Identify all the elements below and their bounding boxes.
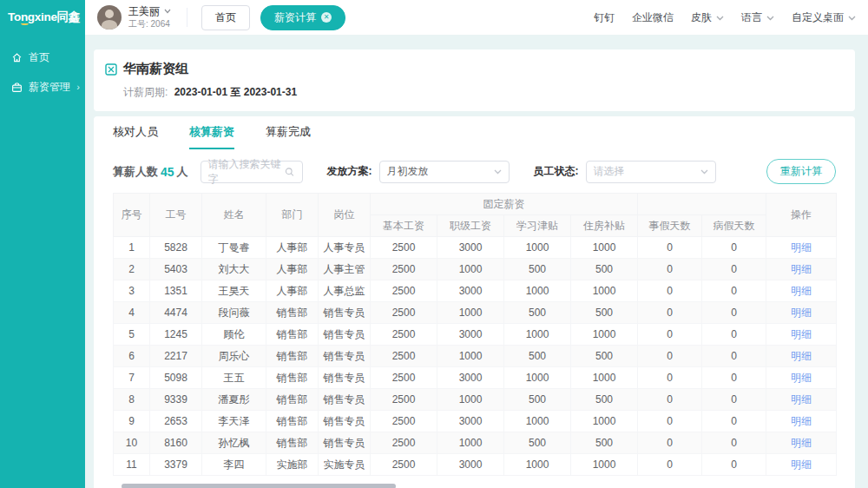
table-cell: 销售专员	[319, 346, 371, 367]
count-unit: 人	[177, 164, 188, 180]
table-cell: 销售专员	[319, 432, 371, 454]
tab-算薪完成[interactable]: 算薪完成	[266, 116, 311, 149]
detail-link[interactable]: 明细	[791, 437, 812, 449]
detail-link[interactable]: 明细	[791, 393, 812, 406]
sub-column-header: 基本工资	[371, 215, 437, 237]
table-cell: 1000	[437, 432, 504, 454]
table-cell: 2500	[371, 367, 437, 389]
avatar[interactable]	[97, 5, 122, 30]
sidebar-item-home[interactable]: 首页	[0, 43, 85, 72]
detail-link[interactable]: 明细	[791, 263, 812, 275]
topbar-tab-薪资计算[interactable]: 薪资计算✕	[260, 5, 345, 30]
table-cell: 人事专员	[319, 237, 371, 259]
user-block[interactable]: 王美丽 工号: 2064	[128, 5, 171, 30]
topbar-menu-自定义桌面[interactable]: 自定义桌面	[792, 10, 856, 25]
table-cell: 孙忆枫	[202, 432, 266, 454]
table-cell: 4474	[150, 302, 202, 324]
topbar-menu-企业微信[interactable]: 企业微信	[632, 10, 674, 25]
topbar-tab-首页[interactable]: 首页	[201, 5, 250, 30]
table-cell: 0	[702, 389, 766, 411]
column-header: 姓名	[202, 194, 266, 237]
table-cell: 1000	[504, 237, 571, 259]
table-cell: 1000	[571, 367, 638, 389]
period-value: 2023-01-01 至 2023-01-31	[174, 86, 297, 98]
table-cell: 8160	[150, 432, 202, 454]
divider	[187, 8, 187, 27]
topbar-right-menu: 钉钉企业微信皮肤语言自定义桌面	[594, 10, 856, 25]
detail-link[interactable]: 明细	[791, 328, 812, 340]
table-cell: 1000	[504, 454, 571, 476]
table-cell: 5828	[150, 237, 202, 259]
search-input[interactable]: 请输入搜索关键字	[201, 161, 303, 183]
close-icon[interactable]: ✕	[321, 12, 332, 23]
table-cell: 4	[114, 302, 150, 324]
table-cell: 2	[114, 259, 150, 280]
table-cell: 2500	[371, 346, 437, 367]
page-title: 华南薪资组	[123, 61, 188, 77]
status-select[interactable]: 请选择	[586, 161, 716, 183]
table-row: 25403刘大大人事部人事主管2500100050050000明细	[114, 259, 837, 280]
sidebar-item-salary[interactable]: 薪资管理›	[0, 72, 85, 102]
filter-bar: 算薪人数 45 人 请输入搜索关键字 发放方案: 月初发放 员工状态: 请选择 …	[104, 159, 845, 184]
count-label: 算薪人数	[113, 164, 158, 180]
table-cell: 销售部	[266, 389, 319, 411]
table-cell: 王五	[202, 367, 266, 389]
table-cell: 9339	[150, 389, 202, 411]
topbar-menu-语言[interactable]: 语言	[741, 10, 774, 25]
detail-link[interactable]: 明细	[791, 285, 812, 297]
table-cell: 顾伦	[202, 324, 266, 346]
table-cell: 0	[638, 411, 702, 432]
salary-table: 序号工号姓名部门岗位固定薪资操作基本工资职级工资学习津贴住房补贴事假天数病假天数…	[113, 193, 837, 476]
table-cell: 0	[638, 454, 702, 476]
detail-link[interactable]: 明细	[791, 350, 812, 362]
action-cell: 明细	[766, 454, 837, 476]
table-cell: 0	[638, 367, 702, 389]
detail-link[interactable]: 明细	[791, 241, 812, 254]
table-row: 15828丁曼睿人事部人事专员250030001000100000明细	[114, 237, 837, 259]
topbar-menu-钉钉[interactable]: 钉钉	[594, 10, 615, 25]
tab-核算薪资[interactable]: 核算薪资	[189, 116, 234, 149]
action-cell: 明细	[766, 324, 837, 346]
table-cell: 销售专员	[319, 302, 371, 324]
table-cell: 李四	[202, 454, 266, 476]
table-cell: 1000	[504, 411, 571, 432]
emp-no-value: 2064	[151, 19, 170, 29]
table-cell: 500	[571, 389, 638, 411]
plan-value: 月初发放	[387, 164, 429, 179]
action-cell: 明细	[766, 367, 837, 389]
detail-link[interactable]: 明细	[791, 307, 812, 319]
table-row: 108160孙忆枫销售部销售专员2500100050050000明细	[114, 432, 837, 454]
table-cell: 1000	[504, 367, 571, 389]
table-cell: 2500	[371, 237, 437, 259]
table-cell: 0	[702, 280, 766, 302]
table-cell: 0	[638, 237, 702, 259]
plan-select[interactable]: 月初发放	[379, 161, 510, 183]
table-cell: 6	[114, 346, 150, 367]
table-cell: 3000	[437, 367, 504, 389]
table-cell: 0	[638, 346, 702, 367]
table-cell: 人事部	[266, 259, 319, 280]
horizontal-scrollbar[interactable]	[122, 484, 396, 488]
table-cell: 1000	[504, 280, 571, 302]
table-cell: 3	[114, 280, 150, 302]
recalculate-button[interactable]: 重新计算	[766, 159, 836, 184]
table-cell: 0	[702, 237, 766, 259]
table-cell: 5403	[150, 259, 202, 280]
sidebar-menu: 首页薪资管理›	[0, 43, 85, 102]
count-value: 45	[161, 165, 174, 179]
table-cell: 5	[114, 324, 150, 346]
table-cell: 1000	[437, 389, 504, 411]
column-header-action: 操作	[766, 194, 837, 237]
table-cell: 潘夏彤	[202, 389, 266, 411]
topbar-menu-皮肤[interactable]: 皮肤	[691, 10, 724, 25]
plan-label: 发放方案:	[327, 164, 372, 179]
detail-link[interactable]: 明细	[791, 372, 812, 384]
logo-smile-icon	[21, 21, 29, 25]
detail-link[interactable]: 明细	[791, 458, 812, 471]
tab-核对人员[interactable]: 核对人员	[113, 116, 158, 149]
table-cell: 0	[702, 324, 766, 346]
detail-link[interactable]: 明细	[791, 415, 812, 427]
table-cell: 9	[114, 411, 150, 432]
action-cell: 明细	[766, 346, 837, 367]
table-cell: 0	[638, 389, 702, 411]
